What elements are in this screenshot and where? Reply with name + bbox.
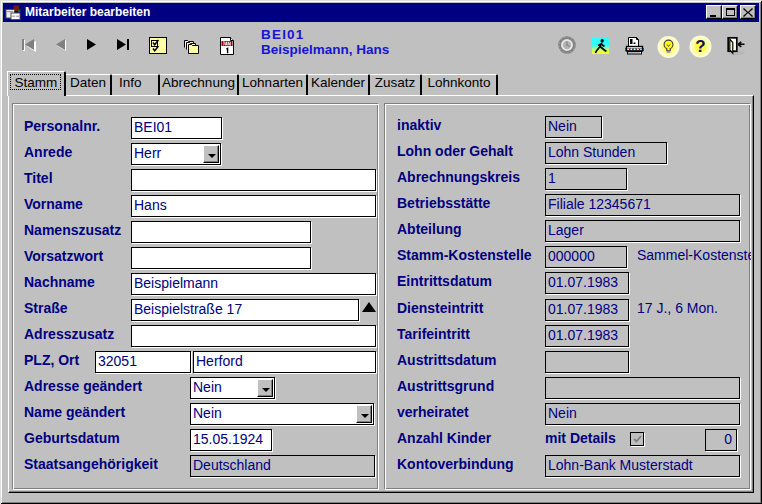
svg-text:?: ?	[695, 37, 705, 56]
